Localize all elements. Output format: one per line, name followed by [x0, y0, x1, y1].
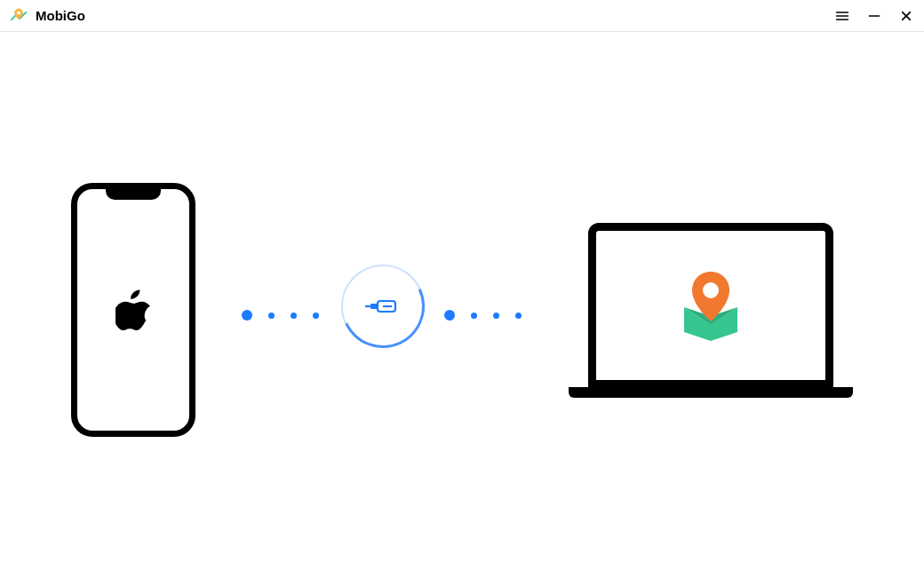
titlebar-brand: MobiGo — [9, 6, 85, 26]
titlebar: MobiGo — [0, 0, 924, 32]
apple-logo-icon — [116, 289, 151, 331]
connection-dots-left — [242, 310, 319, 321]
app-title: MobiGo — [36, 8, 85, 23]
laptop-screen — [588, 223, 833, 388]
hamburger-menu-icon[interactable] — [833, 7, 851, 25]
svg-point-11 — [703, 282, 719, 298]
dot-icon — [471, 313, 477, 319]
dot-icon — [444, 310, 455, 321]
phone-frame — [71, 183, 195, 437]
dot-icon — [493, 313, 499, 319]
dot-icon — [291, 313, 297, 319]
dot-icon — [268, 313, 275, 319]
dot-icon — [313, 313, 319, 319]
usb-plug-icon — [341, 265, 425, 348]
dot-icon — [515, 313, 522, 319]
close-icon[interactable] — [897, 7, 915, 25]
dot-icon — [242, 310, 252, 321]
laptop-device-icon — [569, 223, 853, 400]
svg-point-0 — [17, 11, 20, 14]
window-controls — [833, 7, 915, 25]
mobigo-logo-icon — [9, 6, 28, 26]
map-pin-location-icon — [680, 270, 742, 341]
minimize-icon[interactable] — [865, 7, 883, 25]
plug-glyph-icon — [365, 297, 401, 315]
phone-notch — [106, 187, 161, 200]
laptop-base — [569, 387, 853, 398]
iphone-device-icon — [71, 183, 195, 437]
svg-rect-7 — [378, 301, 395, 312]
svg-rect-9 — [370, 304, 378, 309]
connection-dots-right — [444, 310, 522, 321]
connection-illustration — [0, 32, 924, 586]
